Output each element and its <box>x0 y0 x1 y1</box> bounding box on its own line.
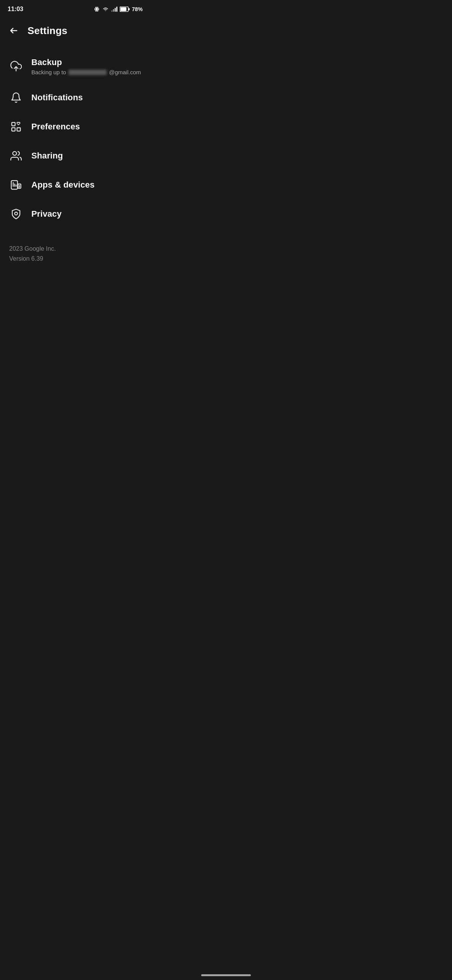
backup-subtitle: Backing up to <box>31 69 66 75</box>
footer-version: Version 6.39 <box>9 254 141 264</box>
settings-list: Backup Backing up to @gmail.com Notifica… <box>0 46 150 232</box>
svg-rect-14 <box>17 128 21 131</box>
svg-rect-2 <box>94 8 95 10</box>
settings-item-notifications[interactable]: Notifications <box>0 83 150 112</box>
backup-email-blurred <box>68 70 107 75</box>
settings-item-sharing[interactable]: Sharing <box>0 141 150 170</box>
svg-rect-12 <box>12 122 15 126</box>
status-icons: 78% <box>94 6 143 12</box>
sharing-icon <box>9 149 23 163</box>
preferences-icon <box>9 120 23 134</box>
apps-devices-text: Apps & devices <box>31 180 94 190</box>
signal-icon <box>111 7 117 12</box>
svg-rect-6 <box>115 8 116 12</box>
backup-email-suffix: @gmail.com <box>109 69 141 75</box>
page-title: Settings <box>28 25 67 37</box>
sharing-text: Sharing <box>31 151 63 161</box>
vibrate-icon <box>94 6 100 12</box>
settings-item-preferences[interactable]: Preferences <box>0 112 150 141</box>
apps-devices-title: Apps & devices <box>31 180 94 190</box>
footer: 2023 Google Inc. Version 6.39 <box>0 232 150 271</box>
preferences-title: Preferences <box>31 122 80 132</box>
svg-rect-1 <box>96 8 98 11</box>
status-bar: 11:03 78% <box>0 0 150 17</box>
svg-rect-10 <box>120 7 127 11</box>
notifications-text: Notifications <box>31 93 83 103</box>
backup-text: Backup Backing up to @gmail.com <box>31 57 141 75</box>
footer-copyright: 2023 Google Inc. <box>9 244 141 254</box>
settings-item-backup[interactable]: Backup Backing up to @gmail.com <box>0 50 150 83</box>
notifications-title: Notifications <box>31 93 83 103</box>
svg-rect-4 <box>111 10 112 11</box>
privacy-title: Privacy <box>31 209 62 219</box>
wifi-icon <box>102 7 109 12</box>
privacy-icon <box>9 207 23 221</box>
status-time: 11:03 <box>8 6 23 13</box>
svg-rect-9 <box>128 8 130 10</box>
sharing-title: Sharing <box>31 151 63 161</box>
backup-icon <box>9 60 23 74</box>
svg-point-22 <box>15 212 18 215</box>
settings-item-apps-devices[interactable]: Apps & devices <box>0 170 150 199</box>
backup-subtitle-row: Backing up to @gmail.com <box>31 69 141 75</box>
svg-point-15 <box>13 152 16 155</box>
battery-icon <box>120 7 130 12</box>
backup-title: Backup <box>31 57 141 67</box>
svg-rect-3 <box>99 8 99 10</box>
privacy-text: Privacy <box>31 209 62 219</box>
back-arrow-icon <box>9 26 18 35</box>
preferences-text: Preferences <box>31 122 80 132</box>
notifications-icon <box>9 91 23 105</box>
svg-rect-13 <box>12 128 15 131</box>
settings-item-privacy[interactable]: Privacy <box>0 199 150 229</box>
apps-devices-icon <box>9 178 23 192</box>
svg-rect-7 <box>116 7 117 12</box>
page-header: Settings <box>0 17 150 46</box>
battery-percent: 78% <box>132 6 143 12</box>
back-button[interactable] <box>6 23 21 38</box>
svg-rect-5 <box>113 9 114 11</box>
